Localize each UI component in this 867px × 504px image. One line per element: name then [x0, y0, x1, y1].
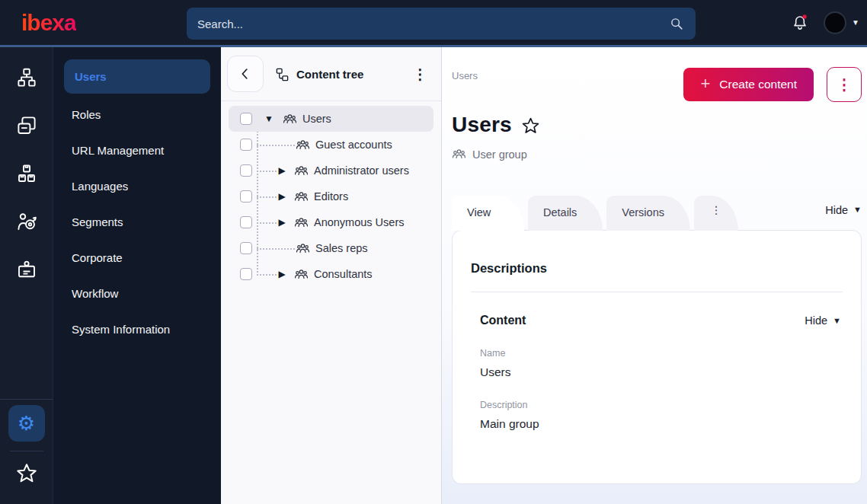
tab-bar: View Details Versions ⋮ Hide ▼	[452, 196, 862, 230]
tree-checkbox[interactable]	[240, 242, 252, 254]
descriptions-section-title: Descriptions	[471, 261, 843, 276]
tree-options-kebab-icon[interactable]: ⋮	[410, 65, 430, 83]
view-tab-panel: Descriptions Content Hide ▼ Name Users	[452, 230, 862, 484]
settings-button[interactable]: ⚙	[8, 405, 45, 442]
global-search[interactable]	[187, 8, 696, 40]
user-group-icon	[294, 215, 309, 230]
create-content-button[interactable]: + Create content	[683, 68, 814, 101]
caret-down-icon: ▼	[833, 317, 841, 325]
tree-item-label[interactable]: Administrator users	[314, 164, 409, 177]
sidebar-item-corporate[interactable]: Corporate	[53, 240, 221, 276]
topbar: ibexa ▼	[0, 0, 867, 47]
user-group-icon	[283, 112, 297, 126]
tree-checkbox[interactable]	[240, 190, 252, 203]
field-name: Name Users	[480, 348, 841, 379]
favorite-star-icon[interactable]	[520, 116, 541, 136]
content-field-group: Content Hide ▼ Name Users Description Ma…	[471, 314, 843, 431]
content-tree-header: Content tree ⋮	[221, 47, 441, 100]
ibexa-logo[interactable]: ibexa	[21, 11, 76, 34]
tab-versions[interactable]: Versions	[606, 196, 690, 231]
user-menu[interactable]: ▼	[824, 11, 859, 34]
tab-details[interactable]: Details	[528, 196, 603, 231]
topbar-right: ▼	[790, 11, 867, 34]
sidebar-item-url-management[interactable]: URL Management	[53, 132, 221, 168]
field-label: Description	[480, 400, 841, 410]
bell-icon[interactable]	[790, 13, 810, 33]
sidebar-item-roles[interactable]: Roles	[53, 97, 221, 132]
page-options-kebab-icon[interactable]: ⋮	[827, 67, 862, 102]
tree-item-sales-reps[interactable]: Sales reps	[229, 235, 434, 261]
content-pages-icon[interactable]	[14, 113, 40, 139]
tree-item-label[interactable]: Consultants	[314, 268, 373, 280]
tree-item-consultants[interactable]: ▶ Consultants	[229, 261, 434, 287]
rail-divider	[0, 399, 53, 400]
caret-down-icon[interactable]: ▼	[264, 114, 274, 123]
chevron-down-icon: ▼	[852, 19, 859, 27]
hide-label: Hide	[805, 314, 827, 327]
audience-target-icon[interactable]	[14, 209, 40, 234]
rail-divider	[10, 451, 43, 451]
sidebar-item-workflow[interactable]: Workflow	[53, 276, 221, 311]
content-tree-icon	[275, 67, 290, 81]
main-content: Users + Create content ⋮ Users	[442, 47, 867, 504]
id-badge-icon[interactable]	[14, 257, 40, 282]
user-group-icon	[294, 190, 309, 204]
tree-item-label[interactable]: Users	[302, 113, 331, 125]
tree-checkbox[interactable]	[240, 139, 252, 151]
tree-checkbox[interactable]	[240, 113, 252, 125]
tree-item-administrator-users[interactable]: ▶ Administrator users	[229, 158, 434, 183]
sidebar-item-system-information[interactable]: System Information	[53, 311, 221, 347]
tree-checkbox[interactable]	[240, 164, 252, 177]
hide-tabs-toggle[interactable]: Hide ▼	[825, 204, 862, 222]
content-tree-list: ▼ Users	[221, 101, 441, 287]
collapse-tree-button[interactable]	[227, 56, 264, 92]
gear-icon: ⚙	[18, 413, 35, 433]
content-tree-panel: Content tree ⋮ ▼ U	[221, 47, 442, 504]
sidebar-item-users[interactable]: Users	[64, 59, 210, 94]
tree-item-anonymous-users[interactable]: ▶ Anonymous Users	[229, 209, 434, 235]
caret-right-icon[interactable]: ▶	[277, 270, 286, 279]
tree-item-label[interactable]: Anonymous Users	[314, 216, 404, 228]
create-content-label: Create content	[719, 78, 797, 91]
sidebar: Users Roles URL Management Languages Seg…	[53, 47, 221, 504]
user-group-icon	[294, 164, 309, 178]
caret-right-icon[interactable]: ▶	[277, 192, 286, 201]
caret-right-icon[interactable]: ▶	[277, 166, 286, 175]
field-label: Name	[480, 348, 841, 359]
content-type-label: User group	[472, 148, 527, 161]
user-group-icon	[296, 241, 310, 256]
tree-item-label[interactable]: Editors	[314, 190, 348, 203]
divider	[471, 292, 843, 292]
tree-item-editors[interactable]: ▶ Editors	[229, 183, 434, 209]
bookmarks-star-icon[interactable]	[14, 461, 39, 486]
field-value: Main group	[480, 417, 841, 431]
user-group-icon	[452, 147, 466, 161]
breadcrumb[interactable]: Users	[452, 67, 478, 81]
sitemap-icon[interactable]	[14, 65, 40, 91]
tab-view[interactable]: View	[452, 196, 524, 231]
tree-item-label[interactable]: Guest accounts	[315, 139, 392, 151]
content-tree-title: Content tree	[296, 68, 363, 81]
caret-down-icon: ▼	[853, 206, 862, 214]
search-input[interactable]	[197, 18, 668, 30]
hide-content-group-toggle[interactable]: Hide ▼	[805, 314, 841, 327]
search-icon[interactable]	[668, 15, 685, 32]
sidebar-item-segments[interactable]: Segments	[53, 204, 221, 240]
hide-label: Hide	[825, 204, 848, 216]
product-boxes-icon[interactable]	[14, 161, 40, 187]
sidebar-item-languages[interactable]: Languages	[53, 168, 221, 204]
content-group-title: Content	[480, 314, 526, 327]
avatar[interactable]	[824, 11, 846, 34]
field-value: Users	[480, 365, 841, 379]
tab-more-kebab-icon[interactable]: ⋮	[694, 196, 738, 231]
tree-item-label[interactable]: Sales reps	[315, 242, 368, 254]
field-description: Description Main group	[480, 400, 841, 431]
tree-item-users[interactable]: ▼ Users	[229, 106, 434, 132]
tree-checkbox[interactable]	[240, 216, 252, 228]
caret-right-icon[interactable]: ▶	[277, 218, 286, 227]
icon-rail: ⚙	[0, 47, 53, 504]
page-title: Users	[452, 113, 512, 137]
tree-checkbox[interactable]	[240, 268, 252, 280]
user-group-icon	[294, 267, 309, 282]
tree-item-guest-accounts[interactable]: Guest accounts	[229, 132, 434, 158]
